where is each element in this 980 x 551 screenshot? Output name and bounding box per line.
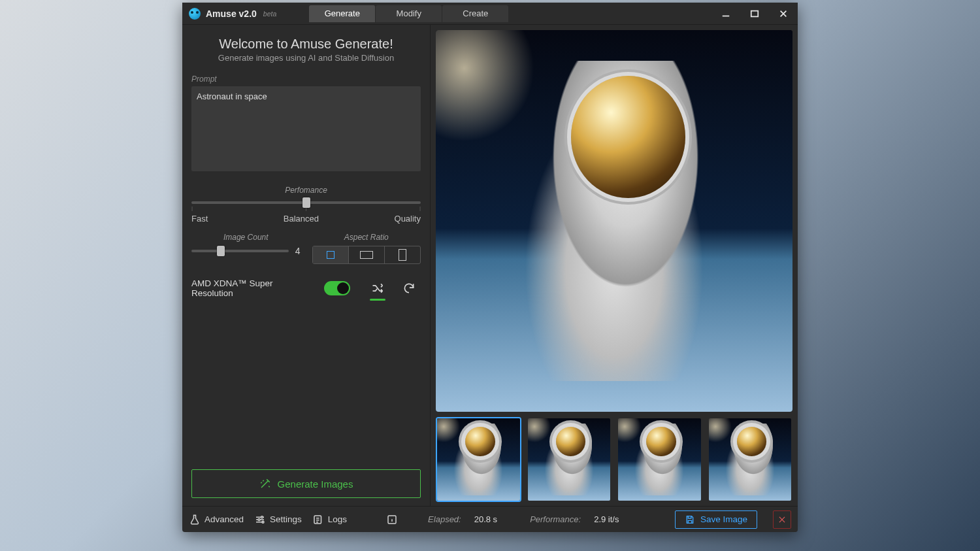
thumbnail-3[interactable]: [617, 417, 702, 502]
thumbnail-2[interactable]: [527, 417, 612, 502]
performance-balanced-label: Balanced: [284, 214, 319, 224]
svg-point-1: [261, 516, 263, 518]
brand: Amuse v2.0 beta: [182, 8, 276, 20]
app-logo-icon: [189, 8, 201, 20]
settings-button[interactable]: Settings: [254, 514, 302, 526]
prompt-label: Prompt: [191, 75, 421, 84]
image-count-slider[interactable]: [191, 250, 289, 252]
shuffle-button[interactable]: [366, 278, 389, 298]
performance-slider[interactable]: [191, 201, 421, 204]
thumbnail-4[interactable]: [708, 417, 793, 502]
window-maximize-button[interactable]: [740, 3, 769, 25]
generated-image: [436, 30, 792, 412]
performance-quality-label: Quality: [395, 214, 421, 224]
window-minimize-button[interactable]: [711, 3, 740, 25]
generate-images-label: Generate Images: [278, 478, 353, 490]
close-icon: [777, 515, 787, 524]
super-resolution-toggle[interactable]: [324, 281, 350, 295]
performance-stat-label: Performance:: [530, 514, 581, 524]
landscape-icon: [360, 251, 373, 259]
info-icon: [386, 514, 398, 526]
preview-image[interactable]: [436, 30, 792, 412]
performance-stat-value: 2.9 it/s: [594, 514, 619, 524]
aspect-ratio-label: Aspect Ratio: [312, 233, 421, 242]
flask-icon: [189, 514, 201, 526]
prompt-input[interactable]: [191, 86, 421, 171]
logs-icon: [312, 514, 324, 526]
elapsed-value: 20.8 s: [474, 514, 497, 524]
controls-panel: Welcome to Amuse Generate! Generate imag…: [182, 25, 431, 506]
advanced-button[interactable]: Advanced: [189, 514, 244, 526]
svg-rect-0: [751, 10, 759, 16]
thumbnail-1[interactable]: [436, 417, 521, 502]
image-count-label: Image Count: [191, 233, 301, 242]
aspect-ratio-group: [312, 246, 421, 264]
app-beta-tag: beta: [263, 10, 276, 18]
elapsed-label: Elapsed:: [428, 514, 461, 524]
main-area: Welcome to Amuse Generate! Generate imag…: [182, 25, 798, 506]
image-count-value: 4: [295, 246, 301, 256]
aspect-landscape-button[interactable]: [349, 246, 385, 263]
sliders-icon: [254, 514, 266, 526]
image-count-slider-thumb[interactable]: [217, 246, 225, 256]
info-button[interactable]: [386, 514, 398, 526]
performance-slider-thumb[interactable]: [302, 197, 310, 208]
portrait-icon: [399, 249, 406, 261]
preview-panel: [431, 25, 798, 506]
delete-image-button[interactable]: [773, 510, 791, 529]
titlebar: Amuse v2.0 beta Generate Modify Create: [182, 3, 798, 25]
performance-label: Perfomance: [191, 186, 421, 195]
welcome-title: Welcome to Amuse Generate!: [191, 37, 421, 52]
logs-button[interactable]: Logs: [312, 514, 347, 526]
square-icon: [327, 251, 335, 259]
super-resolution-label: AMD XDNA™ Super Resolution: [191, 278, 316, 298]
magic-wand-icon: [259, 478, 271, 490]
window-close-button[interactable]: [769, 3, 798, 25]
welcome-subtitle: Generate images using AI and Stable Diff…: [191, 53, 421, 63]
refresh-button[interactable]: [397, 278, 421, 298]
aspect-portrait-button[interactable]: [385, 246, 420, 263]
save-image-button[interactable]: Save Image: [675, 510, 757, 529]
thumbnail-strip: [436, 417, 792, 502]
app-title: Amuse v2.0: [206, 8, 257, 19]
app-window: Amuse v2.0 beta Generate Modify Create W…: [182, 3, 798, 532]
tab-modify[interactable]: Modify: [376, 5, 442, 22]
mode-tabs: Generate Modify Create: [309, 5, 509, 22]
performance-fast-label: Fast: [191, 214, 208, 224]
tab-generate[interactable]: Generate: [309, 5, 376, 22]
svg-point-2: [258, 518, 260, 520]
save-icon: [685, 514, 695, 525]
status-bar: Advanced Settings Logs Elapsed: 20.8 s P…: [182, 506, 798, 532]
generate-images-button[interactable]: Generate Images: [191, 469, 421, 498]
tab-create[interactable]: Create: [442, 5, 509, 22]
aspect-square-button[interactable]: [313, 246, 349, 263]
